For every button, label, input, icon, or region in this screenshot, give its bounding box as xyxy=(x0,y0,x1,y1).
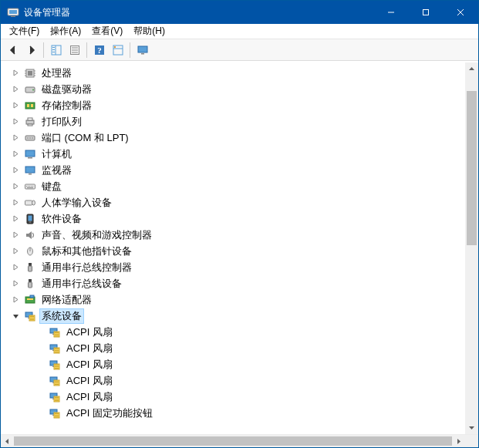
maximize-button[interactable] xyxy=(408,1,443,24)
svg-rect-93 xyxy=(55,382,59,383)
svg-point-38 xyxy=(29,137,31,139)
vertical-scrollbar[interactable] xyxy=(465,62,478,434)
tree-child-item[interactable]: ACPI 风扇 xyxy=(3,356,464,372)
menu-file[interactable]: 文件(F) xyxy=(4,24,45,39)
horizontal-scrollbar[interactable] xyxy=(1,434,478,447)
expand-icon[interactable] xyxy=(11,100,21,110)
properties-button[interactable] xyxy=(66,41,83,59)
computer-icon xyxy=(23,147,37,161)
svg-rect-80 xyxy=(55,349,59,349)
expand-icon[interactable] xyxy=(11,197,21,207)
tree-item[interactable]: 声音、视频和游戏控制器 xyxy=(3,227,464,243)
tree-item[interactable]: 通用串行总线控制器 xyxy=(3,259,464,275)
expand-icon[interactable] xyxy=(11,133,21,143)
svg-point-52 xyxy=(32,200,35,205)
tree-item[interactable]: 处理器 xyxy=(3,65,464,81)
tree-item[interactable]: 磁盘驱动器 xyxy=(3,81,464,97)
tree-child-item[interactable]: ACPI 风扇 xyxy=(3,372,464,389)
tree-item[interactable]: 人体学输入设备 xyxy=(3,194,464,211)
vertical-scrollbar-track[interactable] xyxy=(465,76,478,421)
menu-view[interactable]: 查看(V) xyxy=(86,24,128,39)
tree-item-label: ACPI 固定功能按钮 xyxy=(65,406,154,420)
window-title: 设备管理器 xyxy=(24,6,373,19)
tree-item[interactable]: 监视器 xyxy=(3,162,464,178)
tree-item[interactable]: 键盘 xyxy=(3,178,464,194)
toolbar: ? xyxy=(1,39,478,61)
back-button[interactable] xyxy=(4,41,22,59)
expand-icon[interactable] xyxy=(11,149,21,159)
svg-rect-34 xyxy=(28,118,32,120)
svg-rect-17 xyxy=(114,46,116,48)
vertical-scrollbar-thumb[interactable] xyxy=(467,91,477,245)
tree-item-label: 计算机 xyxy=(40,147,73,161)
svg-rect-50 xyxy=(27,187,33,188)
help-button[interactable]: ? xyxy=(90,41,108,59)
svg-rect-81 xyxy=(55,350,59,351)
system-device-icon xyxy=(48,342,62,355)
tree-child-item[interactable]: ACPI 风扇 xyxy=(3,389,464,405)
svg-rect-33 xyxy=(26,120,34,124)
tree-item-label: 鼠标和其他指针设备 xyxy=(40,244,133,258)
svg-rect-45 xyxy=(26,186,27,187)
scan-hardware-button[interactable] xyxy=(109,41,126,59)
expand-icon[interactable] xyxy=(11,84,21,94)
scroll-right-button[interactable] xyxy=(452,435,465,447)
show-hide-tree-button[interactable] xyxy=(47,41,65,59)
expand-icon[interactable] xyxy=(11,246,21,256)
svg-rect-74 xyxy=(55,332,59,333)
system-device-icon xyxy=(48,374,62,388)
scroll-up-button[interactable] xyxy=(465,62,478,76)
forward-button[interactable] xyxy=(22,41,40,59)
close-button[interactable] xyxy=(443,1,478,24)
svg-rect-59 xyxy=(29,266,32,271)
tree-item[interactable]: 打印队列 xyxy=(3,113,464,130)
svg-rect-3 xyxy=(423,10,428,15)
expand-icon[interactable] xyxy=(11,230,21,240)
svg-rect-87 xyxy=(55,366,59,367)
tree-child-item[interactable]: ACPI 风扇 xyxy=(3,324,464,340)
collapse-icon[interactable] xyxy=(11,311,21,321)
tree-item[interactable]: 通用串行总线设备 xyxy=(3,275,464,291)
svg-rect-54 xyxy=(29,215,32,221)
expand-icon[interactable] xyxy=(11,278,21,288)
svg-rect-49 xyxy=(32,186,33,187)
expand-icon[interactable] xyxy=(11,214,21,224)
menubar: 文件(F) 操作(A) 查看(V) 帮助(H) xyxy=(1,24,478,39)
expand-icon[interactable] xyxy=(11,262,21,272)
tree-item[interactable]: 存储控制器 xyxy=(3,97,464,113)
svg-rect-2 xyxy=(11,16,15,17)
menu-action[interactable]: 操作(A) xyxy=(45,24,86,39)
device-tree[interactable]: 处理器磁盘驱动器存储控制器打印队列端口 (COM 和 LPT)计算机监视器键盘人… xyxy=(2,62,465,434)
tree-child-item[interactable]: ACPI 风扇 xyxy=(3,340,464,356)
expand-icon[interactable] xyxy=(11,181,21,191)
monitor-icon-button[interactable] xyxy=(133,41,151,59)
tree-item[interactable]: 鼠标和其他指针设备 xyxy=(3,243,464,259)
menu-help[interactable]: 帮助(H) xyxy=(128,24,170,39)
svg-rect-106 xyxy=(55,416,59,417)
device-manager-window: 设备管理器 文件(F) 操作(A) 查看(V) 帮助(H) xyxy=(0,0,479,448)
svg-rect-100 xyxy=(55,400,59,401)
expand-icon[interactable] xyxy=(11,116,21,126)
tree-item[interactable]: 软件设备 xyxy=(3,211,464,227)
tree-item-label: 系统设备 xyxy=(40,309,83,323)
tree-item[interactable]: 端口 (COM 和 LPT) xyxy=(3,130,464,146)
svg-rect-69 xyxy=(30,318,34,318)
tree-item[interactable]: 网络适配器 xyxy=(3,291,464,308)
horizontal-scrollbar-thumb[interactable] xyxy=(14,436,452,446)
svg-rect-94 xyxy=(55,384,59,385)
tree-item-label: ACPI 风扇 xyxy=(65,374,114,388)
tree-item[interactable]: 系统设备 xyxy=(3,308,464,324)
tree-item[interactable]: 计算机 xyxy=(3,146,464,162)
scroll-down-button[interactable] xyxy=(465,421,478,434)
svg-rect-40 xyxy=(25,150,35,157)
svg-rect-46 xyxy=(28,186,29,187)
tree-child-item[interactable]: ACPI 固定功能按钮 xyxy=(3,405,464,421)
expand-icon[interactable] xyxy=(11,68,21,78)
svg-rect-68 xyxy=(30,316,34,317)
minimize-button[interactable] xyxy=(373,1,408,24)
hid-icon xyxy=(23,196,37,210)
expand-icon[interactable] xyxy=(11,165,21,175)
scroll-left-button[interactable] xyxy=(1,435,14,447)
expand-icon[interactable] xyxy=(11,295,21,305)
horizontal-scrollbar-track[interactable] xyxy=(14,435,452,447)
